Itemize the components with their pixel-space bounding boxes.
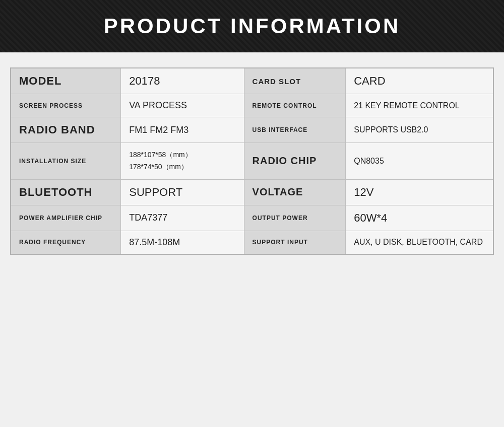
right-value-cell: SUPPORTS USB2.0 <box>346 117 493 143</box>
left-value-cell: FM1 FM2 FM3 <box>121 117 244 143</box>
right-value-cell: 21 KEY REMOTE CONTROL <box>346 94 493 117</box>
right-value-cell: CARD <box>346 68 493 94</box>
table-row: MODEL20178CARD SLOTCARD <box>11 68 493 94</box>
table-row: RADIO BANDFM1 FM2 FM3USB INTERFACESUPPOR… <box>11 117 493 143</box>
left-value-cell: TDA7377 <box>121 205 244 231</box>
left-label-cell: POWER AMPLIFIER CHIP <box>11 205 121 231</box>
left-value-cell: 188*107*58（mm） 178*74*50（mm） <box>121 143 244 180</box>
left-label-cell: RADIO BAND <box>11 117 121 143</box>
right-value-cell: 60W*4 <box>346 205 493 231</box>
left-label-cell: BLUETOOTH <box>11 179 121 205</box>
header-banner: PRODUCT INFORMATION <box>0 0 504 52</box>
right-label-cell: REMOTE CONTROL <box>244 94 346 117</box>
left-value-cell: VA PROCESS <box>121 94 244 117</box>
left-label-cell: SCREEN PROCESS <box>11 94 121 117</box>
left-value-cell: SUPPORT <box>121 179 244 205</box>
right-label-cell: OUTPUT POWER <box>244 205 346 231</box>
left-value-cell: 20178 <box>121 68 244 94</box>
table-row: BLUETOOTHSUPPORTVOLTAGE12V <box>11 179 493 205</box>
right-label-cell: USB INTERFACE <box>244 117 346 143</box>
left-value-cell: 87.5M-108M <box>121 231 244 254</box>
table-row: POWER AMPLIFIER CHIPTDA7377OUTPUT POWER6… <box>11 205 493 231</box>
right-value-cell: QN8035 <box>346 143 493 180</box>
right-label-cell: SUPPORT INPUT <box>244 231 346 254</box>
table-row: INSTALLATION SIZE188*107*58（mm） 178*74*5… <box>11 143 493 180</box>
left-label-cell: MODEL <box>11 68 121 94</box>
page-title: PRODUCT INFORMATION <box>10 14 494 38</box>
right-label-cell: CARD SLOT <box>244 68 346 94</box>
right-value-cell: 12V <box>346 179 493 205</box>
right-value-cell: AUX, U DISK, BLUETOOTH, CARD <box>346 231 493 254</box>
table-row: SCREEN PROCESSVA PROCESSREMOTE CONTROL21… <box>11 94 493 117</box>
right-label-cell: RADIO CHIP <box>244 143 346 180</box>
left-label-cell: RADIO FREQUENCY <box>11 231 121 254</box>
product-info-table: MODEL20178CARD SLOTCARDSCREEN PROCESSVA … <box>10 67 494 255</box>
table-row: RADIO FREQUENCY87.5M-108MSUPPORT INPUTAU… <box>11 231 493 254</box>
left-label-cell: INSTALLATION SIZE <box>11 143 121 180</box>
right-label-cell: VOLTAGE <box>244 179 346 205</box>
content-area: MODEL20178CARD SLOTCARDSCREEN PROCESSVA … <box>10 67 494 427</box>
